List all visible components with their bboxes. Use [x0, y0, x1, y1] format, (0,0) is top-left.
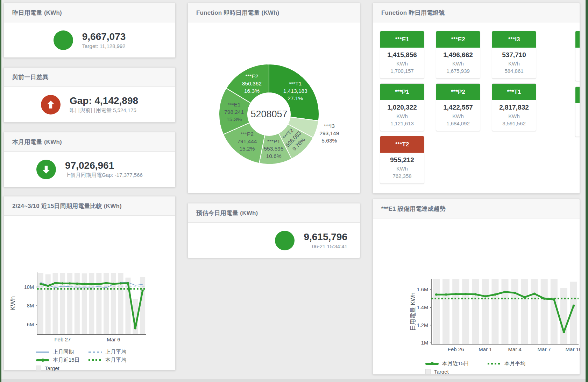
legend-item[interactable]: 上月同期 [36, 349, 88, 355]
panel-yesterday-usage: 昨日用電量 (KWh) 9,667,073 Target: 11,128,992 [3, 3, 176, 58]
panel-day-gap: 與前一日差異 Gap: 4,142,898 昨日與前日用電量 5,524,175 [3, 67, 176, 123]
legend-row: 本月近15日本月平均 [425, 360, 580, 368]
tile-target: 3,591,562 [494, 120, 534, 126]
panel-realtime-donut: Function 即時日用電量 (KWh) ***T11,413,18327.1… [187, 3, 360, 193]
status-tile-body: 1,422,557KWh1,684,092 [436, 100, 480, 131]
series-point [83, 283, 85, 285]
y-tick-label: 6M [27, 322, 34, 327]
status-tile-row: ***E11,415,856KWh1,700,157***E21,496,662… [380, 31, 580, 79]
y-tick-label: 1.4M [417, 305, 428, 310]
target-bar [521, 279, 528, 344]
legend-item[interactable]: 本月平均 [88, 357, 141, 363]
target-bar [118, 273, 123, 334]
tile-value: 1,020,322 [382, 104, 423, 111]
tile-target: 1,121,613 [382, 120, 423, 126]
legend-swatch-dots-icon [88, 359, 102, 361]
legend-label: 上月平均 [105, 349, 126, 355]
series-point [533, 293, 536, 295]
status-tile-body: 1,415,856KWh1,700,157 [380, 48, 424, 78]
series-point [563, 331, 565, 333]
tile-unit: KWh [494, 113, 534, 119]
panel-title: ***E1 設備用電達成趨勢 [373, 199, 580, 218]
y-tick-label: 1.2M [417, 322, 428, 328]
x-tick-label: Feb 27 [54, 336, 71, 342]
page-edge-strip-left [0, 0, 1, 382]
arrow-up-circle-icon [41, 95, 61, 114]
tile-unit: KWh [382, 166, 423, 172]
x-tick-label: Mar 1 [479, 346, 492, 352]
target-bar [502, 279, 509, 344]
series-point [127, 282, 129, 284]
target-bar [60, 273, 65, 334]
status-tile-clipped [575, 86, 580, 137]
comparison-chart[interactable]: 6M8M10MFeb 27Mar 6KWh [4, 216, 175, 346]
legend-label: Target [434, 369, 449, 375]
series-point [76, 283, 78, 285]
donut-center-total: 5208057 [250, 109, 287, 119]
status-tile-header [575, 87, 580, 103]
panel-month-usage: 本月用電量 (KWh) 97,026,961 上個月同期用電Gap: -17,3… [3, 132, 176, 187]
x-tick-label: Mar 4 [508, 346, 521, 352]
status-tile-header [575, 31, 580, 48]
tile-unit: KWh [438, 61, 479, 67]
target-bar [442, 279, 449, 344]
series-point [465, 293, 467, 295]
trend-chart[interactable]: 1M1.2M1.4M1.6MFeb 26Mar 1Mar 4Mar 7Mar 1… [373, 218, 580, 357]
status-tile-header: ***I3 [492, 31, 536, 48]
target-bar [45, 274, 51, 334]
series-point [62, 282, 64, 284]
target-bar [472, 279, 479, 344]
series-point [513, 292, 516, 294]
legend-item[interactable]: 本月平均 [488, 360, 550, 367]
panel-status-lights: Function 昨日用電燈號 ***E11,415,856KWh1,700,1… [373, 3, 580, 194]
arrow-down-icon [41, 164, 52, 175]
target-bar [541, 279, 548, 344]
series-point [455, 293, 457, 295]
status-tile-body: 1,496,662KWh1,675,939 [436, 48, 480, 78]
status-tile-header: ***P2 [436, 84, 480, 100]
series-point [474, 293, 476, 295]
legend-item[interactable]: 本月近15日 [425, 360, 488, 367]
status-tiles-grid: ***E11,415,856KWh1,700,157***E21,496,662… [373, 22, 580, 192]
target-bar [491, 279, 498, 344]
y-tick-label: 1.6M [417, 287, 428, 292]
legend-item[interactable]: Target [36, 365, 88, 371]
series-point [47, 285, 49, 287]
target-bar [560, 288, 567, 344]
x-tick-label: Mar 7 [538, 346, 551, 352]
legend-item[interactable]: 本月近15日 [36, 357, 88, 363]
status-tile-P1: ***P11,020,322KWh1,121,613 [380, 83, 424, 131]
legend-row: Target [425, 368, 580, 375]
stat-subtext: 昨日與前日用電量 5,524,175 [70, 107, 138, 114]
target-bar [67, 273, 72, 334]
tile-target: 1,675,939 [438, 68, 479, 74]
stat-timestamp: 06-21 15:34:41 [304, 243, 347, 249]
series-point [54, 282, 56, 284]
tile-target: 1,700,157 [382, 68, 423, 74]
status-tile-body: 2,817,832KWh3,591,562 [492, 100, 536, 131]
donut-chart[interactable]: ***T11,413,18327.1%***I3293,1495.63%***T… [188, 22, 360, 193]
tile-unit: KWh [382, 113, 423, 119]
legend-row: Target [36, 364, 175, 372]
status-tile-row: ***T2955,212KWh762,358 [380, 136, 580, 184]
horizontal-scrollbar-track[interactable] [1, 379, 586, 382]
legend-label: Target [45, 365, 59, 371]
panel-estimate-today: 預估今日用電量 (KWh) 9,615,796 06-21 15:34:41 [187, 203, 360, 258]
status-tile-header: ***E1 [380, 31, 424, 48]
series-point [134, 327, 136, 329]
series-point [105, 282, 107, 284]
tile-target: 584,861 [494, 68, 534, 74]
target-bar [462, 279, 469, 344]
panel-e1-trend: ***E1 設備用電達成趨勢 1M1.2M1.4M1.6MFeb 26Mar 1… [373, 199, 580, 375]
legend-row: 本月近15日本月平均 [36, 356, 175, 364]
legend-label: 上月同期 [53, 349, 74, 355]
target-bar [551, 279, 558, 344]
y-tick-label: 10M [24, 284, 34, 290]
donut-slice-label: ***I3293,1495.63% [319, 123, 339, 144]
legend-item[interactable]: Target [425, 369, 488, 375]
series-point [69, 282, 71, 284]
legend-item[interactable]: 上月平均 [88, 349, 141, 355]
target-bar [96, 273, 101, 334]
tile-value: 2,817,832 [494, 104, 534, 111]
legend-swatch-box-icon [425, 369, 431, 374]
